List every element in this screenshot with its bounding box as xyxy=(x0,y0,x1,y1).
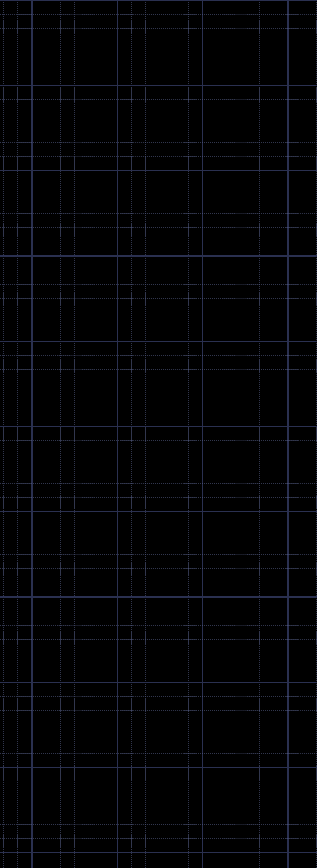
grid-major-hline xyxy=(0,255,317,257)
grid-minor-hline xyxy=(0,540,317,540)
grid-minor-hline xyxy=(0,398,317,398)
grid-minor-hline xyxy=(0,838,317,839)
grid-minor-hline xyxy=(0,57,317,57)
grid-minor-hline xyxy=(0,384,317,384)
grid-major-hline xyxy=(0,170,317,171)
grid-minor-vline xyxy=(17,0,18,868)
grid-major-vline xyxy=(202,0,203,868)
grid-major-hline xyxy=(0,85,317,86)
grid-minor-vline xyxy=(131,0,132,868)
grid-minor-hline xyxy=(0,796,317,796)
grid-minor-hline xyxy=(0,867,317,867)
grid-major-hline xyxy=(0,341,317,342)
grid-minor-hline xyxy=(0,99,317,100)
grid-minor-hline xyxy=(0,114,317,114)
grid-minor-hline xyxy=(0,654,317,654)
grid-minor-vline xyxy=(274,0,274,868)
grid-minor-vline xyxy=(46,0,46,868)
grid-minor-vline xyxy=(259,0,260,868)
grid-minor-hline xyxy=(0,71,317,71)
grid-minor-hline xyxy=(0,355,317,356)
grid-minor-hline xyxy=(0,327,317,327)
grid-minor-hline xyxy=(0,298,317,299)
grid-major-hline xyxy=(0,426,317,427)
grid-minor-hline xyxy=(0,611,317,611)
grid-minor-hline xyxy=(0,313,317,313)
grid-minor-vline xyxy=(231,0,231,868)
grid-minor-hline xyxy=(0,270,317,270)
grid-minor-vline xyxy=(160,0,160,868)
grid-minor-vline xyxy=(188,0,189,868)
grid-minor-hline xyxy=(0,739,317,739)
grid-minor-vline xyxy=(174,0,174,868)
grid-minor-hline xyxy=(0,668,317,668)
grid-minor-hline xyxy=(0,753,317,754)
grid-minor-hline xyxy=(0,583,317,583)
grid-minor-hline xyxy=(0,128,317,128)
grid-minor-hline xyxy=(0,625,317,626)
grid-major-hline xyxy=(0,852,317,853)
grid-minor-hline xyxy=(0,199,317,199)
grid-minor-vline xyxy=(316,0,317,868)
grid-minor-hline xyxy=(0,14,317,15)
grid-major-vline xyxy=(31,0,33,868)
grid-minor-hline xyxy=(0,369,317,370)
grid-minor-hline xyxy=(0,725,317,725)
grid-minor-vline xyxy=(245,0,245,868)
grid-minor-hline xyxy=(0,213,317,214)
grid-minor-hline xyxy=(0,554,317,555)
grid-minor-vline xyxy=(217,0,217,868)
grid-minor-hline xyxy=(0,810,317,810)
grid-minor-hline xyxy=(0,28,317,29)
grid-minor-vline xyxy=(145,0,146,868)
grid-minor-vline xyxy=(89,0,89,868)
grid-minor-hline xyxy=(0,455,317,455)
grid-minor-hline xyxy=(0,156,317,157)
grid-minor-hline xyxy=(0,142,317,143)
grid-minor-hline xyxy=(0,412,317,412)
grid-minor-hline xyxy=(0,497,317,498)
grid-minor-vline xyxy=(60,0,61,868)
grid-minor-hline xyxy=(0,526,317,526)
grid-major-vline xyxy=(117,0,118,868)
grid-minor-hline xyxy=(0,284,317,285)
grid-major-hline xyxy=(0,596,317,598)
grid-major-hline xyxy=(0,767,317,768)
grid-major-vline xyxy=(287,0,289,868)
grid-minor-hline xyxy=(0,440,317,441)
grid-minor-hline xyxy=(0,696,317,697)
grid-minor-hline xyxy=(0,242,317,242)
grid-minor-vline xyxy=(103,0,103,868)
grid-minor-vline xyxy=(74,0,75,868)
grid-minor-hline xyxy=(0,568,317,569)
grid-minor-hline xyxy=(0,710,317,711)
grid-minor-hline xyxy=(0,782,317,782)
grid-minor-vline xyxy=(302,0,302,868)
grid-minor-hline xyxy=(0,185,317,185)
grid-minor-hline xyxy=(0,227,317,228)
grid-major-hline xyxy=(0,511,317,512)
grid-canvas xyxy=(0,0,317,868)
grid-minor-hline xyxy=(0,43,317,43)
grid-minor-hline xyxy=(0,483,317,484)
grid-minor-vline xyxy=(3,0,4,868)
grid-major-hline xyxy=(0,682,317,683)
grid-minor-hline xyxy=(0,639,317,640)
grid-minor-hline xyxy=(0,469,317,469)
grid-minor-hline xyxy=(0,824,317,825)
grid-major-hline xyxy=(0,0,317,1)
